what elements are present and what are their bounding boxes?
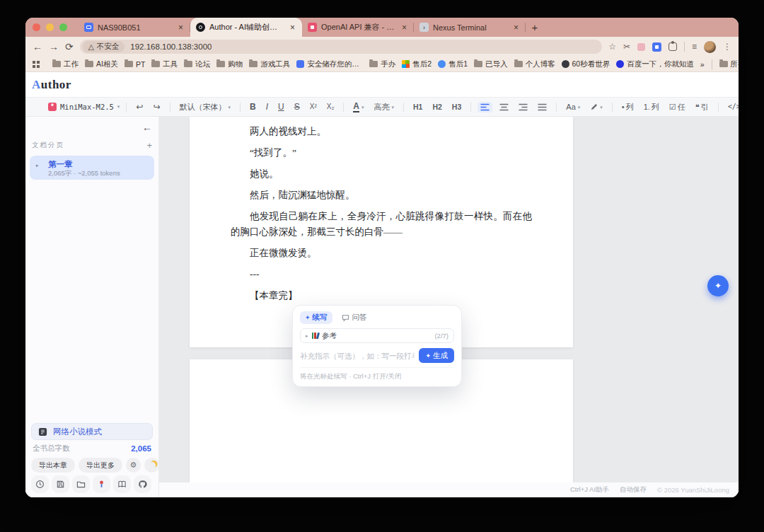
task-list-button[interactable]: ☑任 bbox=[666, 102, 688, 112]
export-more-button[interactable]: 导出更多 bbox=[79, 458, 122, 473]
expand-chevron-icon[interactable]: ▸ bbox=[36, 163, 39, 168]
align-left-button[interactable] bbox=[478, 102, 492, 112]
open-folder-button[interactable] bbox=[72, 475, 90, 493]
tab-openai-minimax[interactable]: OpenAI API 兼容 - MiniMax 开 × bbox=[302, 18, 414, 37]
all-bookmarks-folder[interactable]: 所有书签 bbox=[719, 59, 739, 69]
tab-qa[interactable]: 问答 bbox=[339, 311, 370, 324]
tab-close-icon[interactable]: × bbox=[400, 23, 408, 33]
bookmark-folder[interactable]: AI相关 bbox=[85, 59, 118, 69]
align-justify-button[interactable] bbox=[535, 102, 550, 112]
tab-close-icon[interactable]: × bbox=[177, 23, 185, 33]
nas-favicon bbox=[84, 23, 93, 32]
reference-selector[interactable]: ▸ 参考 (2/7) bbox=[300, 328, 454, 343]
bookmark-folder[interactable]: 论坛 bbox=[184, 59, 210, 69]
bookmark-folder[interactable]: 工作 bbox=[52, 59, 79, 69]
zoom-window-button[interactable] bbox=[59, 23, 67, 31]
reading-list-icon[interactable]: ≡ bbox=[692, 42, 697, 51]
ordered-list-button[interactable]: 1.列 bbox=[641, 102, 662, 112]
heading3-button[interactable]: H3 bbox=[449, 102, 464, 112]
expand-chevron-icon[interactable]: ▸ bbox=[306, 333, 308, 339]
redo-button[interactable]: ↪ bbox=[150, 101, 163, 112]
superscript-button[interactable]: X² bbox=[307, 102, 320, 112]
history-button[interactable] bbox=[31, 475, 49, 493]
save-button[interactable] bbox=[52, 475, 69, 493]
apps-grid-icon[interactable] bbox=[33, 61, 40, 68]
font-family-select[interactable]: 默认（宋体）▾ bbox=[177, 102, 234, 112]
bookmark-folder[interactable]: 游戏工具 bbox=[249, 59, 290, 69]
tab-close-icon[interactable]: × bbox=[512, 23, 520, 33]
sidebar-icon-row bbox=[31, 475, 151, 493]
novel-mode-button[interactable]: 网络小说模式 bbox=[31, 423, 153, 440]
font-color-button[interactable]: A▾ bbox=[350, 100, 366, 114]
new-tab-button[interactable]: + bbox=[526, 18, 544, 37]
collapse-sidebar-icon[interactable]: ← bbox=[142, 122, 152, 133]
bookmark-folder[interactable]: PT bbox=[125, 60, 145, 69]
speech-bubble-icon bbox=[342, 314, 349, 322]
theme-toggle-button[interactable] bbox=[144, 458, 159, 473]
baidu-favicon bbox=[616, 60, 624, 68]
format-paint-button[interactable]: ▾ bbox=[587, 102, 606, 112]
close-window-button[interactable] bbox=[33, 23, 40, 31]
github-icon bbox=[138, 480, 147, 489]
clip-extension-icon[interactable]: ✂ bbox=[623, 42, 630, 51]
tab-author-active[interactable]: Author - AI辅助创作平台 × bbox=[190, 18, 302, 37]
bookmark-item[interactable]: 售后1 bbox=[438, 59, 468, 69]
generate-button[interactable]: ✦ 生成 bbox=[419, 348, 454, 363]
bookmark-item[interactable]: 60秒看世界 bbox=[562, 59, 610, 69]
tab-title: OpenAI API 兼容 - MiniMax 开 bbox=[321, 22, 396, 33]
bookmark-folder[interactable]: 手办 bbox=[369, 59, 395, 69]
text-case-button[interactable]: Aa▾ bbox=[563, 102, 583, 112]
blockquote-button[interactable]: ❝引 bbox=[693, 102, 712, 112]
bookmark-star-icon[interactable]: ☆ bbox=[608, 42, 616, 51]
blue-extension-icon[interactable] bbox=[652, 42, 661, 52]
bookmark-folder[interactable]: 个人博客 bbox=[514, 59, 555, 69]
tab-nexus-terminal[interactable]: › Nexus Terminal × bbox=[414, 18, 526, 37]
settings-button[interactable]: ⚙ bbox=[126, 458, 141, 473]
subscript-button[interactable]: X₂ bbox=[324, 102, 337, 112]
export-chapter-button[interactable]: 导出本章 bbox=[31, 458, 75, 473]
section-row: 文档分页 + bbox=[32, 141, 152, 150]
heading2-button[interactable]: H2 bbox=[429, 102, 444, 112]
github-button[interactable] bbox=[134, 475, 151, 493]
code-block-button[interactable]: </> bbox=[725, 102, 739, 112]
heading1-button[interactable]: H1 bbox=[410, 102, 425, 112]
extensions-puzzle-icon[interactable] bbox=[668, 42, 677, 51]
minimize-window-button[interactable] bbox=[46, 23, 54, 31]
bullet-list-button[interactable]: •列 bbox=[619, 102, 637, 112]
bookmark-item[interactable]: 百度一下，你就知道 bbox=[616, 59, 694, 69]
undo-button[interactable]: ↩ bbox=[133, 101, 146, 112]
site-favicon bbox=[562, 60, 569, 68]
reload-icon[interactable]: ⟳ bbox=[65, 42, 74, 52]
bookmark-folder[interactable]: 已导入 bbox=[474, 59, 508, 69]
ai-floating-button[interactable]: ✦ bbox=[707, 275, 729, 296]
forward-icon[interactable]: → bbox=[49, 42, 59, 52]
italic-button[interactable]: I bbox=[263, 101, 271, 112]
highlight-button[interactable]: 高亮▾ bbox=[371, 102, 397, 112]
bold-button[interactable]: B bbox=[247, 101, 259, 112]
pink-extension-icon[interactable] bbox=[637, 43, 645, 51]
plugin-button[interactable] bbox=[93, 475, 110, 493]
bookmark-folder[interactable]: 工具 bbox=[151, 59, 178, 69]
library-button[interactable] bbox=[113, 475, 131, 493]
back-icon[interactable]: ← bbox=[33, 42, 42, 52]
bookmark-folder[interactable]: 购物 bbox=[216, 59, 243, 69]
tab-close-icon[interactable]: × bbox=[289, 23, 296, 33]
underline-button[interactable]: U bbox=[275, 101, 287, 112]
prompt-input[interactable] bbox=[300, 352, 415, 360]
bookmarks-overflow-chevron[interactable]: » bbox=[700, 60, 705, 69]
strikethrough-button[interactable]: S bbox=[291, 101, 303, 112]
tab-nas[interactable]: NAS90B051 × bbox=[79, 18, 190, 37]
model-selector[interactable]: * MiniMax-M2.5 ▾ bbox=[48, 103, 120, 111]
align-center-button[interactable] bbox=[497, 102, 511, 112]
bookmark-item[interactable]: 售后2 bbox=[402, 59, 432, 69]
tab-continue-writing[interactable]: ✦ 续写 bbox=[300, 311, 332, 324]
address-bar[interactable]: △ 不安全 192.168.100.138:3000 bbox=[80, 40, 602, 54]
profile-avatar[interactable] bbox=[704, 41, 716, 53]
security-badge[interactable]: △ 不安全 bbox=[83, 41, 125, 52]
chapter-item-selected[interactable]: ▸ 第一章 2,065字 · ~2,055 tokens bbox=[30, 156, 154, 180]
book-mode-icon bbox=[38, 427, 47, 436]
add-chapter-button[interactable]: + bbox=[146, 141, 152, 150]
kebab-menu-icon[interactable]: ⋮ bbox=[723, 42, 731, 51]
bookmark-item[interactable]: 安全储存您的数据... bbox=[296, 59, 363, 69]
align-right-button[interactable] bbox=[516, 102, 531, 112]
